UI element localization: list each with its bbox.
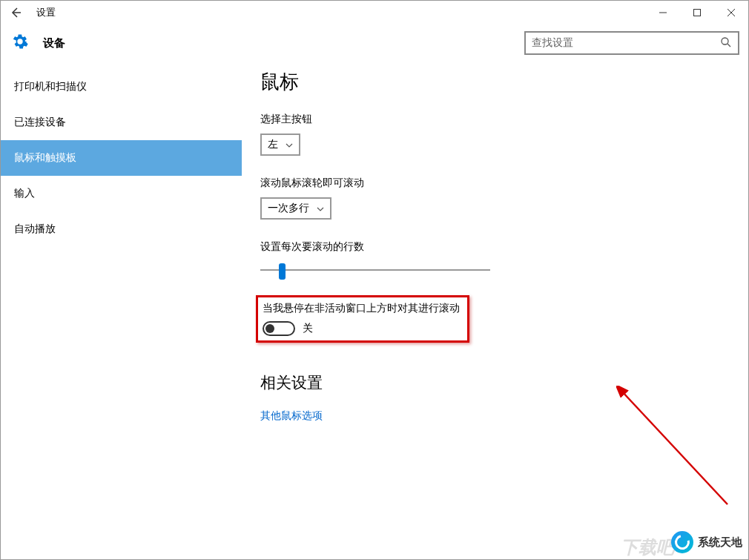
highlight-annotation: 当我悬停在非活动窗口上方时对其进行滚动 关 (256, 295, 469, 343)
search-icon (720, 36, 732, 50)
lines-per-scroll-label: 设置每次要滚动的行数 (260, 240, 726, 254)
sidebar-item-typing[interactable]: 输入 (1, 176, 242, 211)
chevron-down-icon (286, 141, 293, 149)
titlebar: 设置 (1, 1, 748, 24)
sidebar-item-mouse-touchpad[interactable]: 鼠标和触摸板 (1, 140, 242, 176)
minimize-button[interactable] (646, 1, 680, 24)
back-button[interactable] (8, 5, 23, 20)
scroll-mode-dropdown[interactable]: 一次多行 (260, 197, 331, 220)
sidebar-item-label: 自动播放 (14, 223, 56, 236)
sidebar-item-autoplay[interactable]: 自动播放 (1, 211, 242, 247)
close-button[interactable] (714, 1, 748, 24)
sidebar-item-label: 鼠标和触摸板 (14, 151, 76, 165)
watermark: 系统天地 (671, 531, 742, 553)
sidebar: 打印机和扫描仪 已连接设备 鼠标和触摸板 输入 自动播放 (1, 62, 242, 559)
page-title: 鼠标 (260, 69, 726, 95)
inactive-scroll-toggle-row: 关 (263, 321, 460, 336)
related-settings-heading: 相关设置 (260, 372, 726, 393)
chevron-down-icon (317, 205, 324, 213)
sidebar-item-label: 打印机和扫描仪 (14, 80, 87, 93)
dropdown-value: 左 (268, 138, 278, 151)
watermark-text: 系统天地 (698, 536, 742, 550)
window-controls (646, 1, 748, 24)
svg-point-4 (722, 38, 728, 45)
header-category: 设备 (43, 36, 65, 50)
header: 设备 查找设置 (1, 24, 748, 62)
dropdown-value: 一次多行 (268, 202, 309, 215)
window-title: 设置 (36, 6, 56, 19)
sub-watermark: 下载吧 (621, 536, 674, 559)
lines-per-scroll-slider[interactable] (260, 261, 490, 282)
arrow-annotation (616, 386, 735, 512)
scroll-mode-label: 滚动鼠标滚轮即可滚动 (260, 177, 726, 190)
main-panel: 鼠标 选择主按钮 左 滚动鼠标滚轮即可滚动 一次多行 设置每次要滚动的行数 当我… (242, 62, 748, 559)
slider-thumb[interactable] (279, 263, 286, 280)
watermark-icon (671, 531, 693, 553)
header-left: 设备 (12, 33, 65, 53)
search-placeholder: 查找设置 (532, 36, 573, 50)
inactive-scroll-label: 当我悬停在非活动窗口上方时对其进行滚动 (263, 302, 460, 315)
gear-icon (12, 33, 28, 53)
sidebar-item-label: 输入 (14, 187, 35, 200)
additional-mouse-options-link[interactable]: 其他鼠标选项 (260, 409, 726, 423)
sidebar-item-label: 已连接设备 (14, 116, 66, 129)
primary-button-dropdown[interactable]: 左 (260, 134, 300, 156)
svg-line-6 (622, 392, 727, 504)
slider-track (260, 269, 490, 271)
primary-button-label: 选择主按钮 (260, 113, 726, 126)
titlebar-left: 设置 (8, 5, 56, 20)
content: 打印机和扫描仪 已连接设备 鼠标和触摸板 输入 自动播放 鼠标 选择主按钮 左 … (1, 62, 748, 559)
sidebar-item-connected-devices[interactable]: 已连接设备 (1, 105, 242, 140)
toggle-state-label: 关 (303, 322, 313, 335)
sidebar-item-printers[interactable]: 打印机和扫描仪 (1, 69, 242, 105)
toggle-knob (265, 324, 274, 333)
svg-rect-1 (694, 10, 701, 16)
inactive-scroll-toggle[interactable] (263, 321, 295, 336)
search-input[interactable]: 查找设置 (524, 31, 739, 55)
maximize-button[interactable] (680, 1, 714, 24)
svg-line-5 (727, 44, 730, 47)
